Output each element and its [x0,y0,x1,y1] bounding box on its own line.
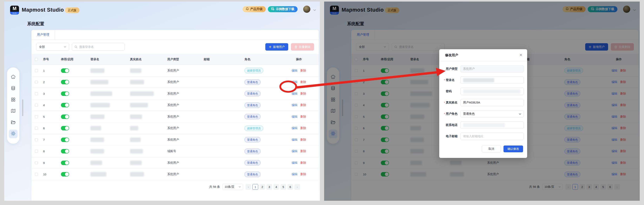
app-title: Mapmost Studio [22,7,64,13]
row-checkbox[interactable] [35,138,38,141]
table-row: 10系统用户普通角色编辑删除 [32,169,319,180]
modal-title: 修改用户 [445,53,458,57]
field-input-用户类型[interactable]: 系统用户 [460,65,524,72]
delete-link[interactable]: 删除 [300,173,306,176]
delete-link[interactable]: 删除 [300,138,306,142]
scrollbar-thumb[interactable] [22,99,23,116]
edit-link[interactable]: 编辑 [292,126,298,130]
table-row: 7系统用户普通角色编辑删除 [32,134,319,146]
edit-link[interactable]: 编辑 [292,92,298,96]
delete-link[interactable]: 删除 [300,80,306,84]
next-page-button[interactable]: › [294,184,300,190]
field-input-真实姓名[interactable]: 用户AGBJ3A [460,99,524,106]
page-button[interactable]: 1 [252,184,258,190]
row-checkbox[interactable] [35,127,38,130]
sidebar-item-home[interactable] [9,73,18,82]
role-badge: 普通角色 [244,149,260,154]
edit-link[interactable]: 编辑 [292,115,298,119]
edit-link[interactable]: 编辑 [292,138,298,142]
sidebar-item-settings-gear[interactable] [9,130,18,138]
delete-link[interactable]: 删除 [300,92,306,96]
enable-toggle[interactable] [61,115,69,119]
field-input-电子邮箱[interactable]: 请输入邮箱地址 [460,133,524,140]
page-button[interactable]: 4 [274,184,279,190]
sidebar-item-apps-grid[interactable] [9,96,18,104]
row-checkbox[interactable] [35,173,38,176]
sidebar-item-map[interactable] [9,107,18,115]
cancel-button[interactable]: 取消 [482,146,501,152]
row-checkbox[interactable] [35,69,38,72]
user-avatar[interactable] [303,6,310,13]
database-download-icon [271,7,274,11]
table-body: 1系统用户超级管理员编辑删除2系统用户普通角色编辑删除3系统用户普通角色编辑删除… [32,65,319,180]
enable-toggle[interactable] [61,80,69,84]
login-name-redacted [90,68,130,73]
field-input-联系电话[interactable] [460,122,524,129]
row-checkbox[interactable] [35,81,38,83]
product-upgrade-button[interactable]: 产品升级 [242,6,266,12]
form-field: 密码 [439,88,527,95]
form-field: *用户角色普通角色 [439,110,527,117]
sample-data-download-button[interactable]: 示例数据下载 [268,6,298,12]
row-checkbox[interactable] [35,161,38,164]
select-all-checkbox[interactable] [35,58,38,61]
folder-icon [11,120,16,126]
enable-toggle[interactable] [61,126,69,130]
close-icon[interactable]: ✕ [519,53,522,57]
enable-toggle[interactable] [61,103,69,107]
tab-bar: 用户管理 [32,30,319,40]
row-actions: 编辑删除 [284,161,314,165]
enable-toggle[interactable] [61,68,69,73]
real-name-redacted [130,172,167,177]
delete-link[interactable]: 删除 [300,103,306,107]
chevron-down-icon [64,46,66,48]
user-type-cell: 系统用户 [167,126,204,130]
page-button[interactable]: 2 [260,184,265,190]
version-badge: 正式版 [65,7,80,13]
edit-link[interactable]: 编辑 [292,149,298,153]
prev-page-button[interactable]: ‹ [246,184,251,190]
delete-link[interactable]: 删除 [300,69,306,72]
edit-link[interactable]: 编辑 [292,69,298,72]
field-input-登录名[interactable] [460,77,524,84]
row-checkbox[interactable] [35,92,38,95]
add-user-button[interactable]: 新增用户 [265,43,288,51]
enable-toggle[interactable] [61,161,69,165]
enable-toggle[interactable] [61,91,69,96]
page-button[interactable]: 6 [288,184,293,190]
page-button[interactable]: 5 [280,184,286,190]
delete-link[interactable]: 删除 [300,126,306,130]
real-name-redacted [130,103,167,107]
batch-delete-button[interactable]: 批量删除 [291,43,314,51]
row-checkbox[interactable] [35,115,38,118]
enable-toggle[interactable] [61,138,69,142]
login-name-redacted [90,103,130,107]
edit-link[interactable]: 编辑 [292,80,298,84]
edit-link[interactable]: 编辑 [292,161,298,165]
row-actions: 编辑删除 [284,149,314,153]
row-checkbox[interactable] [35,104,38,107]
app-screen: M Studio Mapmost Studio 正式版 产品升级 示例数据下载 … [4,1,320,201]
sidebar-item-folder[interactable] [9,118,18,127]
delete-link[interactable]: 删除 [300,115,306,119]
row-checkbox[interactable] [35,150,38,153]
page-size-select[interactable]: 10条/页 [222,184,243,190]
sidebar-item-database[interactable] [9,84,18,93]
search-input[interactable]: 搜索登录名 [72,43,124,51]
edit-link[interactable]: 编辑 [292,103,298,107]
user-type-cell: 系统用户 [167,138,204,142]
field-input-密码[interactable] [460,88,524,95]
enable-toggle[interactable] [61,149,69,154]
login-name-redacted [90,161,130,165]
user-type-filter-select[interactable]: 全部 [36,43,69,51]
tab-user-management[interactable]: 用户管理 [32,30,55,40]
delete-link[interactable]: 删除 [300,161,306,165]
field-input-用户角色[interactable]: 普通角色 [460,110,524,117]
edit-link[interactable]: 编辑 [292,173,298,176]
page-button[interactable]: 3 [266,184,272,190]
delete-link[interactable]: 删除 [300,149,306,153]
chevron-down-icon[interactable] [313,8,316,12]
enable-toggle[interactable] [61,172,69,177]
row-actions: 编辑删除 [284,69,314,72]
confirm-edit-button[interactable]: 确认修改 [504,146,523,152]
